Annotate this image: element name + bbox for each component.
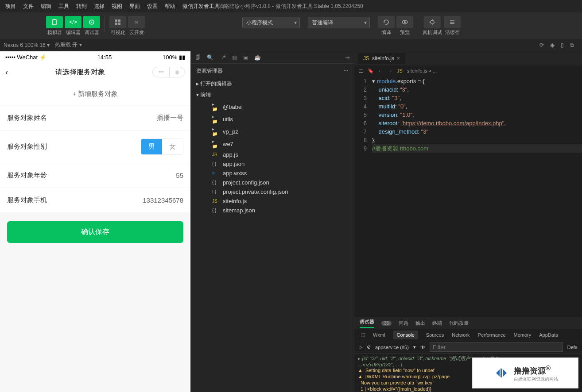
explorer-pane: 🗐 🔍 ⎇ ▦ ▣ ☕ ⇥ 资源管理器 ⋯ ▸ 打开的编辑器 ▾ 前端 ▸ 📁@… xyxy=(190,51,354,392)
refresh-icon[interactable]: ⟳ xyxy=(539,42,544,48)
clear-icon[interactable]: ⊘ xyxy=(367,344,371,350)
js-icon: JS xyxy=(397,68,403,73)
dbg-terminal[interactable]: 终端 xyxy=(432,320,442,327)
toolbar: 模拟器 </>编辑器 调试器 可视化 ∞云开发 小程序模式 普通编译 编译 预览… xyxy=(0,12,582,39)
close-tab-icon[interactable]: × xyxy=(397,55,400,61)
explorer-more-icon[interactable]: ⋯ xyxy=(343,67,349,75)
inspect-icon[interactable]: ⬚ xyxy=(361,332,365,338)
menu-ui[interactable]: 界面 xyxy=(126,3,144,10)
remote-debug-button[interactable] xyxy=(424,16,441,28)
simulator-pane: ••••• WeChat ⚡ 14:55 100% ▮▮ ‹ 请选择服务对象 •… xyxy=(0,51,190,392)
row-name[interactable]: 服务对象姓名 播播一号 xyxy=(0,106,190,131)
menu-goto[interactable]: 转到 xyxy=(73,3,90,10)
editor-button[interactable]: </> xyxy=(65,16,81,28)
code-content[interactable]: ▾ module.exports = { uniacid: "3", acid:… xyxy=(372,77,582,317)
explorer-title: 资源管理器 xyxy=(196,67,223,75)
tree-item-app-js[interactable]: JSapp.js xyxy=(191,150,354,159)
files-icon[interactable]: 🗐 xyxy=(195,54,201,61)
root-folder[interactable]: ▾ 前端 xyxy=(191,89,354,100)
code-area[interactable]: 123456789 ▾ module.exports = { uniacid: … xyxy=(354,76,582,317)
device-icon[interactable]: ▯ xyxy=(561,42,564,48)
dbg-quality[interactable]: 代码质量 xyxy=(449,320,469,327)
devtab-wxml[interactable]: Wxml xyxy=(373,332,385,338)
tree-item-project-private-config-json[interactable]: { }project.private.config.json xyxy=(191,187,354,196)
tree-item-app-json[interactable]: { }app.json xyxy=(191,159,354,169)
tree-item-we7[interactable]: ▸ 📁we7 xyxy=(191,138,354,150)
menu-settings[interactable]: 设置 xyxy=(144,3,161,10)
search-icon[interactable]: 🔍 xyxy=(207,54,213,61)
eye-icon[interactable]: 👁 xyxy=(420,345,425,350)
list-icon[interactable]: ☰ xyxy=(359,68,363,74)
preview-label: 预览 xyxy=(400,29,410,36)
compile-mode-dropdown[interactable]: 普通编译 xyxy=(308,17,370,28)
devtab-network[interactable]: Network xyxy=(452,332,469,338)
row-age[interactable]: 服务对象年龄 55 xyxy=(0,163,190,188)
menu-view[interactable]: 视图 xyxy=(108,3,126,10)
svg-rect-5 xyxy=(115,23,117,25)
tree-item-sitemap-json[interactable]: { }sitemap.json xyxy=(191,206,354,215)
breadcrumb[interactable]: ☰ 🔖 ←→ JS siteinfo.js > ... xyxy=(354,65,582,76)
tree-item-project-config-json[interactable]: { }project.config.json xyxy=(191,178,354,187)
menu-tool[interactable]: 工具 xyxy=(55,3,73,10)
menu-select[interactable]: 选择 xyxy=(90,3,108,10)
devtab-performance[interactable]: Performance xyxy=(478,332,506,338)
dbg-problems[interactable]: 问题 xyxy=(399,320,408,327)
confirm-button[interactable]: 确认保存 xyxy=(7,221,183,243)
menu-edit[interactable]: 编辑 xyxy=(37,3,55,10)
back-icon[interactable]: ‹ xyxy=(5,68,8,77)
gender-female[interactable]: 女 xyxy=(162,139,183,154)
devtab-memory[interactable]: Memory xyxy=(514,332,532,338)
cloud-button[interactable]: ∞ xyxy=(128,16,145,28)
tree-item-@babel[interactable]: ▸ 📁@babel xyxy=(191,100,354,113)
close-icon[interactable]: ◉ xyxy=(169,67,185,77)
hotreload-toggle[interactable]: 热重载 开 ▾ xyxy=(55,41,82,49)
dbg-output[interactable]: 输出 xyxy=(415,320,425,327)
devtab-appdata[interactable]: AppData xyxy=(539,332,558,338)
add-button[interactable]: + 新增服务对象 xyxy=(0,83,190,105)
page-title: 请选择服务对象 xyxy=(55,68,105,77)
tab-siteinfo[interactable]: JS siteinfo.js × xyxy=(358,53,405,64)
build-icon[interactable]: ▣ xyxy=(243,54,248,61)
tree-item-utils[interactable]: ▸ 📁utils xyxy=(191,113,354,125)
dbg-tab[interactable]: 调试器 xyxy=(360,319,374,328)
play-icon[interactable]: ▷ xyxy=(359,344,362,350)
bookmark-icon[interactable]: 🔖 xyxy=(368,68,374,74)
open-editors[interactable]: ▸ 打开的编辑器 xyxy=(191,78,354,89)
default-levels[interactable]: Defa xyxy=(567,345,578,350)
capsule[interactable]: ••• ◉ xyxy=(152,67,185,77)
debugger-button[interactable] xyxy=(83,16,100,28)
svg-point-9 xyxy=(431,20,434,24)
git-icon[interactable]: ⎇ xyxy=(220,54,226,61)
menu-project[interactable]: 项目 xyxy=(2,3,19,10)
visual-button[interactable] xyxy=(109,16,126,28)
devtab-console[interactable]: Console xyxy=(393,331,418,339)
cup-icon[interactable]: ☕ xyxy=(254,54,261,61)
clear-cache-button[interactable] xyxy=(444,16,461,28)
collapse-icon[interactable]: ⇥ xyxy=(345,54,349,61)
menu-help[interactable]: 帮助 xyxy=(161,3,179,10)
tree-item-app-wxss[interactable]: ≡app.wxss xyxy=(191,169,354,178)
tree-item-vp_pz[interactable]: ▸ 📁vp_pz xyxy=(191,125,354,138)
devtab-sources[interactable]: Sources xyxy=(426,332,444,338)
menu-icon[interactable]: ••• xyxy=(153,67,169,77)
popout-icon[interactable]: ⧉ xyxy=(570,42,574,48)
tree-item-siteinfo-js[interactable]: JSsiteinfo.js xyxy=(191,196,354,206)
mode-dropdown[interactable]: 小程序模式 xyxy=(242,17,300,28)
compile-button[interactable] xyxy=(378,16,395,28)
editor-pane: JS siteinfo.js × ☰ 🔖 ←→ JS siteinfo.js >… xyxy=(354,51,582,392)
filter-input[interactable] xyxy=(430,342,563,352)
record-icon[interactable]: ◉ xyxy=(550,42,555,48)
logo-icon xyxy=(493,364,510,382)
context-selector[interactable]: appservice (#5) xyxy=(375,345,409,350)
menu-file[interactable]: 文件 xyxy=(19,3,37,10)
time: 14:55 xyxy=(97,54,112,61)
gender-male[interactable]: 男 xyxy=(141,139,162,154)
menu-devtools[interactable]: 微信开发者工具 xyxy=(179,3,223,10)
device-selector[interactable]: Nexus 6 100% 16 ▾ xyxy=(4,42,50,48)
remote-label: 真机调试 xyxy=(423,29,442,36)
svg-point-2 xyxy=(91,22,93,23)
simulator-button[interactable] xyxy=(46,16,63,28)
row-phone[interactable]: 服务对象手机 13312345678 xyxy=(0,188,190,212)
ext-icon[interactable]: ▦ xyxy=(232,54,237,61)
preview-button[interactable] xyxy=(396,16,413,28)
